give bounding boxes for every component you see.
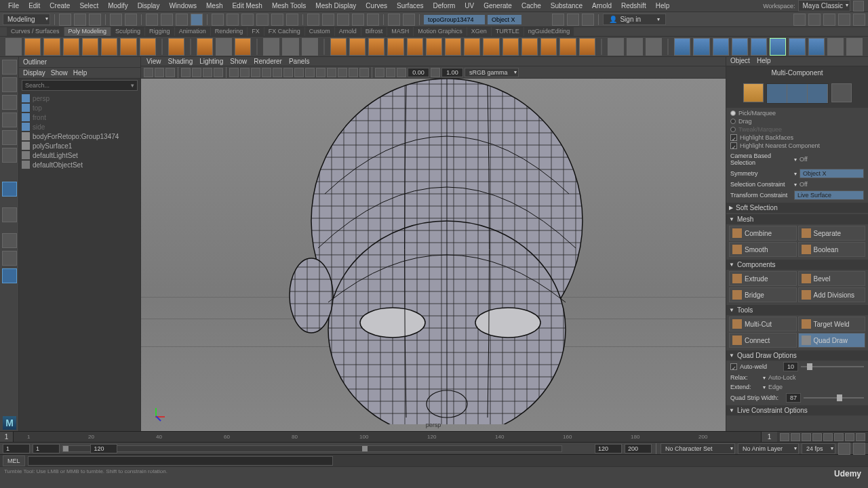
append-icon[interactable] [521,38,538,56]
autoweld-slider[interactable] [801,366,864,367]
vp-component-icon[interactable] [386,68,395,77]
trans-constraint-value[interactable]: Live Surface [794,190,864,200]
outliner-item-side[interactable]: side [22,122,138,131]
vp-xray-joints-icon[interactable] [375,68,384,77]
menu-help[interactable]: Help [652,1,674,11]
menu-cache[interactable]: Cache [517,1,545,11]
menu-create[interactable]: Create [45,1,74,11]
vp-menu-view[interactable]: View [146,58,161,65]
vp-shaded-icon[interactable] [240,68,250,77]
range-slider[interactable] [62,445,562,452]
edge-mode-icon[interactable] [787,84,808,103]
viewport-canvas[interactable]: Symmetry: Object X [141,79,726,431]
quaddraw-s7-icon[interactable] [789,38,805,56]
menu-deform[interactable]: Deform [429,1,460,11]
vp-image-plane-icon[interactable] [165,68,175,77]
menu-editmesh[interactable]: Edit Mesh [228,1,266,11]
targetweld-icon[interactable] [627,38,643,56]
audio-icon[interactable] [856,433,865,441]
menu-surfaces[interactable]: Surfaces [393,1,427,11]
time-slider[interactable]: 1 1 20 40 60 80 100 120 140 160 180 200 … [0,431,868,442]
light-editor-icon[interactable] [367,14,379,26]
vp-menu-show[interactable]: Show [230,58,247,65]
lasso-tool-icon[interactable] [2,77,17,92]
workspace-dropdown[interactable]: Maya Classic [798,0,850,12]
tab-rendering[interactable]: Rendering [211,27,248,36]
snap-curve-icon[interactable] [226,14,239,26]
layout-custom-icon[interactable] [2,268,17,283]
sweep-icon[interactable] [235,38,251,56]
fill-icon[interactable] [540,38,557,56]
soft-selection-section[interactable]: ▶Soft Selection [726,203,868,213]
rotate-tool-icon[interactable] [2,113,17,127]
magnet-icon[interactable] [286,14,298,26]
menu-meshtools[interactable]: Mesh Tools [268,1,310,11]
poly-sphere-icon[interactable] [24,38,41,56]
charset-dropdown[interactable]: No Character Set [660,443,735,454]
prefs-icon[interactable] [853,443,865,455]
render-settings-icon[interactable] [337,14,349,26]
object-mode-icon[interactable] [743,83,764,102]
vp-exposure-icon[interactable] [397,68,406,77]
boolean-button[interactable]: Boolean [798,242,866,257]
autokey-icon[interactable] [838,443,850,455]
bevel-icon[interactable] [483,38,499,56]
misc-shelf-icon[interactable] [827,38,844,56]
vp-two-sided-icon[interactable] [359,68,369,77]
outliner-item-front[interactable]: front [22,113,138,122]
mirror-icon[interactable] [302,38,318,56]
vp-select-cam-icon[interactable] [144,68,153,77]
targetweld-button[interactable]: Target Weld [798,317,866,331]
vp-motion-blur-icon[interactable] [316,68,326,77]
highlight-nearest-check[interactable]: Highlight Nearest Component [730,142,864,150]
step-back-icon[interactable] [791,433,800,441]
animlayer-dropdown[interactable]: No Anim Layer [738,443,799,454]
cmd-lang-label[interactable]: MEL [3,455,25,466]
vp-aa-icon[interactable] [327,68,336,77]
lock-icon[interactable] [853,1,864,12]
vp-colorspace-dropdown[interactable]: sRGB gamma [465,68,519,77]
outliner-menu-show[interactable]: Show [51,69,68,77]
menu-meshdisplay[interactable]: Mesh Display [311,1,360,11]
tab-animation[interactable]: Animation [175,27,210,36]
multicut-button[interactable]: Multi-Cut [729,317,797,331]
playback-icon[interactable] [582,14,594,26]
tab-ngguide[interactable]: ngGuideEditing [524,27,574,36]
layout-single-icon[interactable] [2,182,17,197]
quaddraw-options-section[interactable]: ▼Quad Draw Options [726,350,868,361]
components-section[interactable]: ▼Components [726,260,868,270]
smooth-icon[interactable] [330,38,347,56]
mode-dropdown[interactable]: Modeling [3,14,50,25]
menu-select[interactable]: Select [75,1,102,11]
outliner-search[interactable]: Search... [22,80,138,91]
save-scene-icon[interactable] [89,14,101,26]
tab-bifrost[interactable]: Bifrost [361,27,387,36]
type-tool-icon[interactable] [197,38,213,56]
select-mode-icon[interactable] [146,14,158,26]
menu-display[interactable]: Display [134,1,164,11]
range-end-field[interactable]: 120 [595,444,622,453]
snap-point-icon[interactable] [241,14,254,26]
vp-dof-icon[interactable] [338,68,347,77]
quaddraw-s6-icon[interactable] [770,38,786,56]
vp-menu-panels[interactable]: Panels [289,58,310,65]
multicut-icon[interactable] [608,38,624,56]
vp-xray-icon[interactable] [294,68,304,77]
reduce-icon[interactable] [426,38,442,56]
rtab-object[interactable]: Object [730,57,750,66]
ipr-icon[interactable] [307,14,319,26]
quaddraw-s4-icon[interactable] [732,38,748,56]
merge-icon[interactable] [579,38,595,56]
poly-torus-icon[interactable] [120,38,136,56]
vp-gamma-icon[interactable] [431,68,440,77]
hypershade-icon[interactable] [352,14,364,26]
vp-gamma-value[interactable]: 1.00 [441,68,463,77]
play-fwd-icon[interactable] [812,433,822,441]
step-fwd-icon[interactable] [823,433,833,441]
tab-fx[interactable]: FX [248,27,264,36]
new-scene-icon[interactable] [59,14,71,26]
drag-option[interactable]: Drag [730,117,864,125]
signin-button[interactable]: 👤Sign in [603,14,666,25]
tab-motion[interactable]: Motion Graphics [414,27,467,36]
bridge-icon[interactable] [502,38,519,56]
